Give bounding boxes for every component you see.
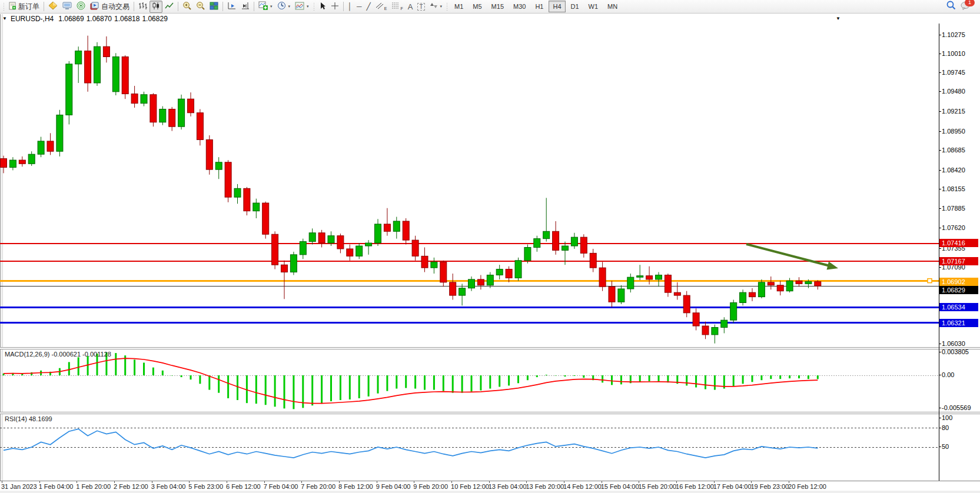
timeframe-button-m1[interactable]: M1 [450,1,467,12]
date-label: 7 Feb 20:00 [301,483,335,490]
crosshair-icon [331,2,339,12]
date-tick [639,481,639,483]
date-tick [39,481,40,483]
date-tick [676,481,677,483]
signals-button[interactable] [74,1,88,13]
notification-badge: 1 [965,0,975,6]
axis-tick: 1.08420 [942,167,965,174]
date-label: 6 Feb 12:00 [226,483,261,490]
toolbar-grip[interactable] [313,2,315,11]
mt4-window: 新订单 自动交易 [0,0,980,493]
timeframe-button-m30[interactable]: M30 [509,1,530,12]
periods-button[interactable]: ▾ [275,1,293,13]
fibonacci-button[interactable]: F [389,1,405,13]
toolbar-grip[interactable] [446,2,449,11]
search-icon[interactable] [946,1,956,12]
text-label-button[interactable]: T [415,1,427,13]
date-tick [526,481,527,483]
axis-tick: 1.08685 [942,147,965,154]
text-label-icon: T [417,3,424,11]
crosshair-button[interactable] [328,1,341,13]
fibo-f-label: F [400,6,403,11]
date-tick [751,481,752,483]
terminal-button[interactable] [60,1,74,13]
text-button[interactable]: A [406,1,416,13]
date-label: 15 Feb 20:00 [638,483,676,490]
axis-tick: 1.09745 [942,69,965,76]
axis-tick: 1.10010 [942,51,965,57]
notifications-button[interactable]: 1 [961,1,971,12]
arrows-button[interactable]: ▾ [427,1,445,13]
new-chart-button[interactable]: ▾ [256,1,275,13]
clock-icon [277,1,286,12]
timeframe-button-w1[interactable]: W1 [584,1,603,12]
axis-tick: 0.00 [942,372,954,378]
arrows-icon [430,2,438,11]
auto-scroll-button[interactable] [225,1,238,13]
indicators-button[interactable]: ▾ [293,1,311,13]
date-tick [114,481,115,483]
axis-tick: 80 [942,425,949,431]
rsi-label: RSI(14) 48.1699 [5,415,52,422]
timeframe-button-m15[interactable]: M15 [487,1,508,12]
timeframe-button-m5[interactable]: M5 [469,1,486,12]
date-label: 31 Jan 2023 [1,483,37,490]
date-label: 2 Feb 12:00 [114,483,148,490]
timeframe-button-h1[interactable]: H1 [531,1,547,12]
tile-windows-button[interactable] [207,1,221,13]
cursor-button[interactable] [317,1,328,13]
terminal-icon [62,2,72,12]
axis-tick: 1.06030 [942,341,965,347]
horizontal-line-icon: ─ [357,3,362,10]
price-line-label: 1.06534 [939,303,978,311]
macd-label: MACD(12,26,9) -0.000621 -0.001128 [5,351,111,358]
axis-tick: -0.005569 [942,405,971,411]
date-label: 8 Feb 12:00 [338,483,373,490]
collapse-icon[interactable]: ▼ [2,16,7,21]
toolbar-grip[interactable] [2,2,5,11]
toolbar-separator [254,2,254,11]
new-order-label: 新订单 [18,2,39,12]
timeframe-button-d1[interactable]: D1 [567,1,583,12]
main-price-chart[interactable] [0,24,939,349]
date-tick [301,481,302,483]
date-tick [489,481,490,483]
date-label: 10 Feb 12:00 [451,483,489,490]
zoom-out-button[interactable] [194,1,207,13]
rsi-pane[interactable] [0,414,939,480]
chart-shift-marker-icon[interactable]: ▼ [836,16,841,21]
axis-tick: 0.003805 [942,349,969,355]
candlestick-chart-button[interactable] [150,1,162,13]
window-bottom-edge [0,491,980,493]
auto-trading-button[interactable]: 自动交易 [88,1,132,13]
macd-pane[interactable] [0,349,939,412]
market-depth-button[interactable] [46,1,60,13]
toolbar-separator [178,2,178,11]
trendline-button[interactable]: ╱ [364,1,373,13]
macd-main-value: -0.000621 [51,351,81,358]
timeframe-button-h4[interactable]: H4 [549,1,565,12]
bar-chart-button[interactable] [136,1,150,13]
equidistant-channel-button[interactable]: E [373,1,390,13]
horizontal-line-button[interactable]: ─ [354,1,364,13]
chevron-down-icon: ▾ [270,4,273,9]
line-chart-button[interactable] [162,1,176,13]
zoom-in-button[interactable] [180,1,194,13]
chevron-down-icon: ▾ [440,4,443,9]
ohlc-low: 1.06818 [114,15,139,23]
yellow-diamond-icon [48,1,58,12]
date-tick [152,481,152,483]
trendline-icon: ╱ [367,3,371,10]
toolbar-right-group: 1 [946,1,971,12]
chart-shift-button[interactable] [238,1,252,13]
new-order-button[interactable]: 新订单 [6,1,42,13]
date-label: 3 Feb 04:00 [151,483,186,490]
chevron-down-icon: ▾ [288,4,291,9]
timeframe-button-mn[interactable]: MN [603,1,622,12]
vertical-line-button[interactable]: │ [346,1,355,13]
date-tick [451,481,452,483]
axis-tick: 1.07620 [942,225,965,231]
price-line-label: 1.07167 [939,257,978,265]
axis-tick: 1.09215 [942,108,965,115]
date-label: 15 Feb 04:00 [601,483,639,490]
